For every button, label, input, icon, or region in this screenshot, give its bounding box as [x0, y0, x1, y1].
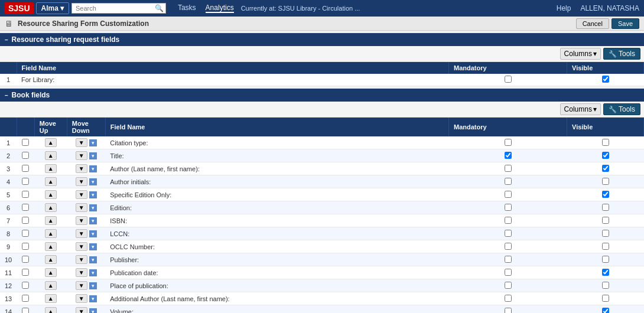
move-up-cell[interactable]: ▲ [34, 240, 67, 253]
section1-columns-button[interactable]: Columns ▾ [560, 48, 601, 60]
row-checkbox-cell[interactable] [17, 162, 34, 175]
mandatory-cell[interactable] [449, 175, 567, 188]
row-checkbox-cell[interactable] [17, 240, 34, 253]
row-checkbox-cell[interactable] [17, 201, 34, 214]
mandatory-cell[interactable] [449, 214, 567, 227]
help-link[interactable]: Help [557, 4, 571, 12]
section2-columns-button[interactable]: Columns ▾ [560, 103, 601, 115]
move-down-button[interactable]: ▼ [76, 307, 87, 313]
move-down-button[interactable]: ▼ [76, 229, 87, 238]
section2-tools-button[interactable]: 🔧 Tools [603, 103, 640, 115]
visible-cell[interactable] [567, 188, 644, 201]
move-up-cell[interactable]: ▲ [34, 266, 67, 279]
move-down-cell[interactable]: ▼ ▾ [67, 201, 105, 214]
move-up-cell[interactable]: ▲ [34, 175, 67, 188]
visible-checkbox[interactable] [602, 165, 609, 172]
mandatory-cell[interactable] [449, 162, 567, 175]
mandatory-checkbox[interactable] [505, 191, 512, 198]
mandatory-checkbox[interactable] [505, 243, 512, 250]
row-checkbox-cell[interactable] [17, 227, 34, 240]
row-checkbox[interactable] [22, 282, 29, 289]
visible-cell[interactable] [567, 214, 644, 227]
mandatory-cell[interactable] [449, 305, 567, 314]
move-down-cell[interactable]: ▼ ▾ [67, 136, 105, 149]
move-dropdown-button[interactable]: ▾ [89, 204, 97, 211]
move-down-button[interactable]: ▼ [76, 177, 87, 186]
row-checkbox-cell[interactable] [17, 175, 34, 188]
move-down-cell[interactable]: ▼ ▾ [67, 227, 105, 240]
move-up-button[interactable]: ▲ [45, 307, 57, 313]
visible-cell[interactable] [567, 175, 644, 188]
move-up-button[interactable]: ▲ [45, 255, 57, 264]
row-checkbox-cell[interactable] [17, 188, 34, 201]
row-checkbox[interactable] [22, 308, 29, 314]
move-up-button[interactable]: ▲ [45, 216, 57, 225]
mandatory-cell[interactable] [449, 74, 567, 86]
visible-cell[interactable] [567, 292, 644, 305]
move-down-button[interactable]: ▼ [76, 151, 87, 160]
move-dropdown-button[interactable]: ▾ [89, 256, 97, 263]
visible-cell[interactable] [567, 136, 644, 149]
move-down-cell[interactable]: ▼ ▾ [67, 266, 105, 279]
mandatory-cell[interactable] [449, 136, 567, 149]
move-down-cell[interactable]: ▼ ▾ [67, 188, 105, 201]
move-up-button[interactable]: ▲ [45, 268, 57, 277]
mandatory-checkbox[interactable] [505, 217, 512, 224]
move-up-cell[interactable]: ▲ [34, 214, 67, 227]
move-up-cell[interactable]: ▲ [34, 149, 67, 162]
move-dropdown-button[interactable]: ▾ [89, 230, 97, 237]
move-dropdown-button[interactable]: ▾ [89, 217, 97, 224]
row-checkbox-cell[interactable] [17, 149, 34, 162]
move-dropdown-button[interactable]: ▾ [89, 178, 97, 185]
move-up-cell[interactable]: ▲ [34, 253, 67, 266]
section1-tools-button[interactable]: 🔧 Tools [603, 48, 640, 60]
move-up-cell[interactable]: ▲ [34, 292, 67, 305]
mandatory-checkbox[interactable] [505, 308, 512, 314]
visible-cell[interactable] [567, 162, 644, 175]
move-up-cell[interactable]: ▲ [34, 201, 67, 214]
mandatory-checkbox[interactable] [505, 178, 512, 185]
move-dropdown-button[interactable]: ▾ [89, 152, 97, 159]
move-dropdown-button[interactable]: ▾ [89, 139, 97, 146]
row-checkbox[interactable] [22, 217, 29, 224]
visible-checkbox[interactable] [602, 256, 609, 263]
move-down-button[interactable]: ▼ [76, 203, 87, 212]
move-dropdown-button[interactable]: ▾ [89, 308, 97, 313]
visible-cell[interactable] [567, 201, 644, 214]
move-up-cell[interactable]: ▲ [34, 136, 67, 149]
move-dropdown-button[interactable]: ▾ [89, 243, 97, 250]
move-up-button[interactable]: ▲ [45, 229, 57, 238]
mandatory-cell[interactable] [449, 266, 567, 279]
row-checkbox[interactable] [22, 178, 29, 185]
row-checkbox-cell[interactable] [17, 214, 34, 227]
mandatory-checkbox[interactable] [505, 295, 512, 302]
move-down-button[interactable]: ▼ [76, 268, 87, 277]
visible-checkbox[interactable] [602, 204, 609, 211]
move-down-cell[interactable]: ▼ ▾ [67, 214, 105, 227]
search-icon[interactable]: 🔍 [155, 4, 164, 12]
row-checkbox[interactable] [22, 295, 29, 302]
move-dropdown-button[interactable]: ▾ [89, 191, 97, 198]
visible-checkbox[interactable] [602, 243, 609, 250]
row-checkbox-cell[interactable] [17, 279, 34, 292]
mandatory-checkbox[interactable] [505, 204, 512, 211]
section1-header[interactable]: – Resource sharing request fields [0, 33, 644, 46]
move-down-cell[interactable]: ▼ ▾ [67, 279, 105, 292]
mandatory-cell[interactable] [449, 292, 567, 305]
move-up-button[interactable]: ▲ [45, 164, 57, 173]
move-down-button[interactable]: ▼ [76, 242, 87, 251]
move-down-cell[interactable]: ▼ ▾ [67, 253, 105, 266]
visible-cell[interactable] [567, 74, 644, 86]
alma-dropdown-icon[interactable]: ▾ [60, 4, 64, 12]
move-up-button[interactable]: ▲ [45, 138, 57, 147]
mandatory-checkbox[interactable] [505, 256, 512, 263]
move-dropdown-button[interactable]: ▾ [89, 295, 97, 302]
mandatory-checkbox[interactable] [505, 165, 512, 172]
visible-checkbox[interactable] [602, 282, 609, 289]
visible-checkbox[interactable] [602, 152, 609, 159]
mandatory-cell[interactable] [449, 227, 567, 240]
visible-checkbox[interactable] [602, 295, 609, 302]
mandatory-checkbox[interactable] [505, 76, 512, 83]
search-input[interactable] [71, 3, 166, 14]
move-dropdown-button[interactable]: ▾ [89, 165, 97, 172]
